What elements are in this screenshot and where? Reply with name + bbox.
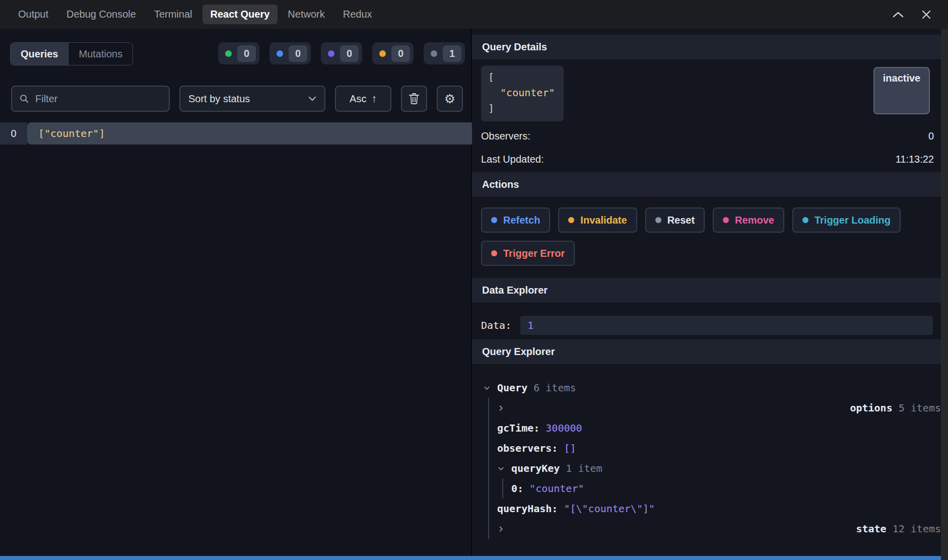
status-count: 0: [289, 45, 307, 62]
last-updated-row: Last Updated: 11:13:22: [481, 148, 934, 171]
trigger-error-dot-icon: [491, 250, 497, 256]
tab-network[interactable]: Network: [280, 5, 332, 24]
tree-value: "counter": [529, 482, 584, 495]
data-value-field[interactable]: 1: [520, 316, 933, 335]
refetch-dot-icon: [491, 217, 497, 223]
tree-count: 6 items: [533, 382, 576, 394]
trigger-loading-button[interactable]: Trigger Loading: [792, 207, 901, 233]
toggle-queries[interactable]: Queries: [11, 43, 68, 65]
reset-dot-icon: [655, 217, 661, 223]
tree-key: state: [856, 523, 886, 535]
tree-value: 300000: [546, 422, 582, 434]
data-value: 1: [527, 319, 533, 331]
trash-icon: [409, 93, 420, 105]
tree-value: []: [564, 442, 576, 454]
status-badge-stale: 0: [372, 42, 414, 64]
refetch-button[interactable]: Refetch: [481, 207, 550, 233]
status-badges: 0 0 0 0 1: [218, 42, 465, 64]
trigger-error-label: Trigger Error: [503, 248, 565, 259]
tree-key: queryKey: [511, 462, 560, 474]
status-count: 0: [340, 45, 359, 62]
tree-value: "[\"counter\"]": [564, 503, 655, 515]
invalidate-dot-icon: [568, 217, 574, 223]
paused-dot-icon: [328, 50, 334, 57]
remove-dot-icon: [723, 217, 729, 223]
status-badge-paused: 0: [321, 42, 362, 64]
query-key-label: ["counter"]: [27, 122, 472, 145]
trigger-loading-dot-icon: [802, 217, 808, 223]
sort-order-button[interactable]: Asc ↑: [335, 86, 391, 112]
tree-count: 5 items: [899, 402, 941, 414]
observers-value: 0: [928, 130, 934, 142]
chevron-down-icon: [308, 96, 316, 101]
remove-button[interactable]: Remove: [713, 207, 784, 233]
tab-terminal[interactable]: Terminal: [146, 5, 200, 24]
filter-field[interactable]: [11, 86, 170, 112]
inactive-dot-icon: [431, 50, 437, 57]
search-icon: [19, 94, 29, 104]
status-count: 0: [237, 45, 256, 62]
tree-key: queryHash:: [497, 503, 558, 515]
tree-row-querykey[interactable]: queryKey 1 item: [497, 458, 941, 478]
refetch-label: Refetch: [503, 215, 540, 226]
actions-header: Actions: [472, 172, 941, 197]
sort-select[interactable]: Sort by status: [179, 86, 325, 112]
filter-toolbar: Sort by status Asc ↑ ⚙: [11, 86, 463, 112]
tree-count: 12 items: [893, 523, 941, 535]
query-observer-count: 0: [0, 122, 27, 145]
tree-row-state[interactable]: state 12 items: [497, 519, 941, 539]
status-badge-inactive: 1: [424, 42, 465, 64]
query-status-badge: inactive: [873, 67, 930, 114]
settings-button[interactable]: ⚙: [437, 86, 463, 112]
toggle-mutations[interactable]: Mutations: [68, 43, 132, 65]
chevron-up-icon[interactable]: [893, 11, 904, 18]
panel-resize-bar[interactable]: [0, 556, 941, 560]
tree-key: observers:: [497, 442, 558, 454]
tree-key: gcTime:: [497, 422, 539, 434]
gear-icon: ⚙: [444, 93, 455, 105]
chevron-down-icon[interactable]: [497, 465, 511, 472]
tab-react-query[interactable]: React Query: [202, 5, 278, 24]
react-query-devtools-panel: Output Debug Console Terminal React Quer…: [0, 0, 948, 560]
chevron-down-icon[interactable]: [483, 384, 497, 392]
tree-row-options[interactable]: options 5 items: [497, 398, 941, 418]
tab-redux[interactable]: Redux: [335, 5, 380, 24]
query-details-header: Query Details: [472, 35, 941, 60]
panel-right-gutter: [941, 29, 948, 560]
tree-row-querykey-0: 0: "counter": [511, 478, 941, 499]
observers-label: Observers:: [481, 130, 530, 142]
clear-cache-button[interactable]: [401, 86, 427, 112]
fetching-dot-icon: [277, 50, 283, 57]
tab-output[interactable]: Output: [10, 5, 56, 24]
filter-input[interactable]: [34, 93, 162, 105]
chevron-right-icon[interactable]: [497, 398, 850, 418]
status-count: 1: [443, 45, 461, 62]
tree-row-observers: observers: []: [497, 438, 941, 458]
query-list-item[interactable]: 0 ["counter"]: [0, 122, 472, 145]
query-explorer-header: Query Explorer: [472, 339, 941, 365]
reset-button[interactable]: Reset: [645, 207, 705, 233]
queries-list-panel: Queries Mutations 0 0 0 0: [0, 29, 472, 560]
query-key-display: [ "counter" ]: [481, 65, 564, 121]
data-explorer-header: Data Explorer: [472, 278, 941, 303]
last-updated-label: Last Updated:: [481, 154, 544, 165]
tree-row-queryhash: queryHash: "[\"counter\"]": [497, 499, 941, 519]
observers-row: Observers: 0: [481, 124, 934, 148]
last-updated-value: 11:13:22: [896, 154, 934, 165]
query-details-panel: Query Details [ "counter" ] inactive Obs…: [472, 29, 948, 560]
tab-debug-console[interactable]: Debug Console: [58, 5, 144, 24]
stale-dot-icon: [379, 50, 386, 57]
invalidate-label: Invalidate: [580, 215, 627, 226]
query-explorer-tree: Query 6 items options 5 items gcTime: 30…: [472, 365, 941, 539]
trigger-error-button[interactable]: Trigger Error: [481, 241, 575, 266]
status-badge-fetching: 0: [269, 42, 311, 64]
invalidate-button[interactable]: Invalidate: [558, 207, 637, 233]
chevron-right-icon[interactable]: [497, 519, 856, 539]
sort-order-label: Asc: [350, 93, 366, 105]
trigger-loading-label: Trigger Loading: [815, 215, 891, 226]
status-count: 0: [391, 45, 410, 62]
tree-row-query[interactable]: Query 6 items: [483, 378, 941, 398]
tree-key: options: [850, 402, 892, 414]
remove-label: Remove: [735, 215, 774, 226]
close-icon[interactable]: [922, 10, 931, 19]
